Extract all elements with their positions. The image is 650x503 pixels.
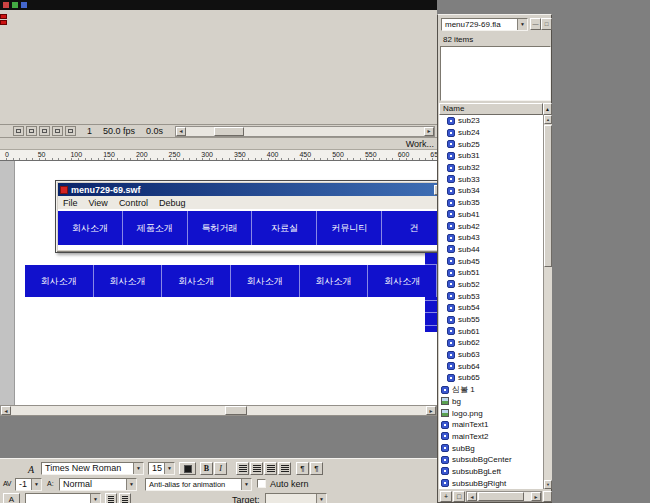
scroll-right-icon[interactable]: ► <box>424 127 434 136</box>
stage-nav-item[interactable]: 회사소개 <box>162 265 231 297</box>
library-item[interactable]: subsubBgLeft <box>439 466 543 478</box>
library-item[interactable]: sub62 <box>439 337 543 349</box>
library-item[interactable]: sub43 <box>439 232 543 244</box>
italic-button[interactable]: I <box>214 462 227 475</box>
scroll-thumb[interactable] <box>478 492 524 501</box>
target-select[interactable]: ▼ <box>265 493 327 503</box>
library-item[interactable]: mainText2 <box>439 431 543 443</box>
library-item[interactable]: sub33 <box>439 173 543 185</box>
stage-nav-item[interactable]: 회사소개 <box>25 265 94 297</box>
render-html-button[interactable] <box>119 493 131 503</box>
library-item[interactable]: sub51 <box>439 267 543 279</box>
library-horizontal-scrollbar[interactable]: ◄ ► <box>466 491 542 502</box>
library-item[interactable]: sub63 <box>439 349 543 361</box>
chevron-down-icon[interactable]: ▼ <box>133 463 143 474</box>
stage-area[interactable]: menu729-69.swf FileViewControlDebug 회사소개… <box>0 161 437 405</box>
char-position-select[interactable]: Normal ▼ <box>59 478 137 491</box>
nav-menu-item[interactable]: 건 <box>382 211 437 245</box>
menu-item[interactable]: Control <box>119 198 148 208</box>
text-color-swatch[interactable] <box>179 462 196 475</box>
align-left-button[interactable] <box>236 462 249 475</box>
nav-menu-item[interactable]: 특허거래 <box>188 211 253 245</box>
scroll-up-icon[interactable]: ▲ <box>544 115 552 124</box>
chevron-down-icon[interactable]: ▼ <box>241 479 251 490</box>
chevron-down-icon[interactable]: ▼ <box>517 19 527 30</box>
new-symbol-button[interactable]: + <box>440 491 452 502</box>
library-item[interactable]: bg <box>439 396 543 408</box>
library-item[interactable]: sub44 <box>439 244 543 256</box>
swf-preview-window[interactable]: menu729-69.swf FileViewControlDebug 회사소개… <box>55 180 437 253</box>
nav-menu-item[interactable]: 커뮤니티 <box>317 211 382 245</box>
library-item[interactable]: sub55 <box>439 314 543 326</box>
library-item[interactable]: logo.png <box>439 407 543 419</box>
scroll-left-icon[interactable]: ◄ <box>467 492 477 501</box>
scroll-track[interactable] <box>186 127 424 136</box>
stage-nav-item[interactable]: 회사소개 <box>94 265 163 297</box>
auto-kern-checkbox[interactable] <box>257 479 266 488</box>
library-item[interactable]: sub24 <box>439 127 543 139</box>
new-folder-button[interactable]: □ <box>453 491 465 502</box>
library-item[interactable]: sub64 <box>439 360 543 372</box>
library-item[interactable]: sub61 <box>439 325 543 337</box>
chevron-down-icon[interactable]: ▼ <box>31 479 41 490</box>
stage-nav-item[interactable]: 회사소개 <box>368 265 437 297</box>
align-justify-button[interactable] <box>278 462 291 475</box>
antialias-select[interactable]: Anti-alias for animation ▼ <box>145 478 252 491</box>
library-item[interactable]: sub41 <box>439 209 543 221</box>
timeline-scrollbar[interactable]: ◄ ► <box>175 126 435 137</box>
scroll-thumb[interactable] <box>225 406 247 415</box>
library-item[interactable]: subBg <box>439 442 543 454</box>
onion-skin-button[interactable] <box>26 126 37 136</box>
library-document-select[interactable]: menu729-69.fla ▼ <box>441 18 528 31</box>
workspace-label[interactable]: Work... <box>406 139 434 149</box>
nav-menu-item[interactable]: 회사소개 <box>58 211 123 245</box>
align-right-button[interactable] <box>264 462 277 475</box>
font-family-select[interactable]: Times New Roman ▼ <box>41 462 144 475</box>
edit-multiple-frames-button[interactable] <box>52 126 63 136</box>
menu-item[interactable]: View <box>89 198 108 208</box>
stage-nav-item[interactable]: 회사소개 <box>300 265 369 297</box>
library-item[interactable]: sub35 <box>439 197 543 209</box>
library-item[interactable]: sub45 <box>439 255 543 267</box>
scroll-left-icon[interactable]: ◄ <box>1 406 11 415</box>
library-item[interactable]: sub34 <box>439 185 543 197</box>
scroll-thumb[interactable] <box>544 125 552 267</box>
letter-spacing-select[interactable]: -1 ▼ <box>15 478 42 491</box>
stage-nav-item[interactable]: 회사소개 <box>231 265 300 297</box>
name-column-header[interactable]: Name <box>439 103 543 115</box>
menu-item[interactable]: File <box>63 198 78 208</box>
pin-library-button[interactable]: — <box>530 18 541 30</box>
scroll-left-icon[interactable]: ◄ <box>176 127 186 136</box>
format-options-button[interactable]: A <box>3 493 20 503</box>
chevron-down-icon[interactable]: ▼ <box>164 463 174 474</box>
library-item[interactable]: sub65 <box>439 372 543 384</box>
align-center-button[interactable] <box>250 462 263 475</box>
nav-menu-item[interactable]: 자료실 <box>252 211 317 245</box>
library-item[interactable]: sub32 <box>439 162 543 174</box>
library-item[interactable]: subsubBgCenter <box>439 454 543 466</box>
chevron-down-icon[interactable]: ▼ <box>316 494 326 503</box>
library-item[interactable]: sub54 <box>439 302 543 314</box>
nav-menu-item[interactable]: 제품소개 <box>123 211 188 245</box>
center-frame-button[interactable] <box>13 126 24 136</box>
scroll-track[interactable] <box>11 406 426 415</box>
url-link-field[interactable]: ▼ <box>25 493 101 503</box>
font-size-select[interactable]: 15 ▼ <box>148 462 175 475</box>
menu-item[interactable]: Debug <box>159 198 186 208</box>
library-item[interactable]: sub31 <box>439 150 543 162</box>
library-item[interactable]: sub23 <box>439 115 543 127</box>
scroll-thumb[interactable] <box>214 127 244 136</box>
onion-outlines-button[interactable] <box>39 126 50 136</box>
library-item[interactable]: mainText1 <box>439 419 543 431</box>
library-item[interactable]: sub52 <box>439 279 543 291</box>
library-item[interactable]: sub42 <box>439 220 543 232</box>
chevron-down-icon[interactable]: ▼ <box>90 494 100 503</box>
swf-window-title-bar[interactable]: menu729-69.swf <box>58 183 437 196</box>
scroll-down-icon[interactable]: ▼ <box>544 480 552 489</box>
paragraph-format-button[interactable]: ¶ <box>296 462 309 475</box>
scroll-right-icon[interactable]: ► <box>531 492 541 501</box>
library-item[interactable]: subsubBgRight <box>439 477 543 489</box>
bold-button[interactable]: B <box>200 462 213 475</box>
text-direction-button[interactable]: ¶ <box>310 462 323 475</box>
modify-markers-button[interactable] <box>65 126 76 136</box>
